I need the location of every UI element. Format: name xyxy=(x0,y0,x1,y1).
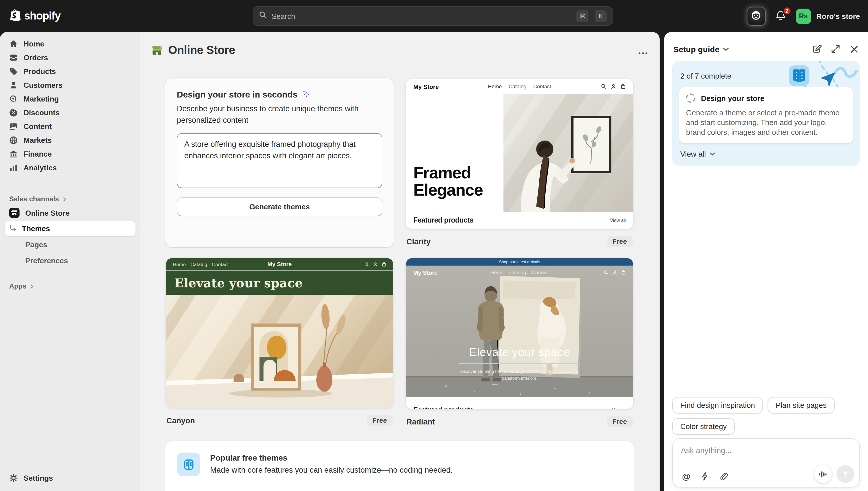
apps-header[interactable]: Apps xyxy=(9,282,131,290)
preview-store-name: My Store xyxy=(413,83,439,90)
suggestion-chips: Find design inspiration Plan site pages … xyxy=(672,397,860,435)
sidebar-item-orders[interactable]: Orders xyxy=(5,51,135,64)
preview-nav-item: Catalog xyxy=(509,269,526,275)
chat-placeholder: Ask anything... xyxy=(681,446,851,455)
sidebar-item-themes[interactable]: Themes xyxy=(5,221,135,236)
bag-icon xyxy=(621,270,626,275)
view-all-link: View all xyxy=(612,407,627,409)
sidebar-item-markets[interactable]: Markets xyxy=(5,133,135,147)
global-search-input[interactable]: Search ⌘ K xyxy=(252,6,613,26)
free-badge: Free xyxy=(606,416,633,427)
bag-icon xyxy=(382,262,386,266)
business-description-textarea[interactable]: A store offering exquisite framed photog… xyxy=(177,133,382,188)
canyon-hero-heading: Elevate your space xyxy=(174,276,303,290)
sidebar-item-marketing[interactable]: Marketing xyxy=(5,92,135,106)
radiant-hero-text: Elevate your space Discover stunning fra… xyxy=(406,346,633,382)
popular-text-block: Popular free themes Made with core featu… xyxy=(210,453,453,491)
page-title: Online Store xyxy=(168,44,235,57)
preview-nav-item: Home xyxy=(491,269,504,275)
view-all-button[interactable]: View all xyxy=(680,150,853,158)
expand-icon[interactable] xyxy=(831,44,840,54)
chevron-right-icon xyxy=(29,284,34,289)
sidebar-item-discounts[interactable]: Discounts xyxy=(5,106,135,119)
preferences-label: Preferences xyxy=(9,256,68,265)
sidebar-item-pages[interactable]: Pages xyxy=(5,237,135,252)
notifications-button[interactable]: 2 xyxy=(775,10,787,22)
close-icon[interactable] xyxy=(850,45,859,54)
setup-task-card[interactable]: Design your store Generate a theme or se… xyxy=(679,87,853,144)
apps-label: Apps xyxy=(9,282,26,290)
theme-name: Clarity xyxy=(406,237,431,246)
sales-channels-label: Sales channels xyxy=(9,195,59,203)
featured-products-label: Featured products xyxy=(413,406,473,409)
mention-icon[interactable]: @ xyxy=(682,472,690,481)
lightning-icon[interactable] xyxy=(701,472,709,481)
shopify-admin-window: shopify Search ⌘ K 2 Rs Roro's store xyxy=(0,0,868,491)
sidebar-item-content[interactable]: Content xyxy=(5,119,135,133)
waveform-icon xyxy=(818,470,828,478)
gear-icon xyxy=(9,473,18,482)
sales-channels-header[interactable]: Sales channels xyxy=(9,195,131,203)
radiant-theme-card[interactable]: Shop our latest arrivals xyxy=(405,258,634,409)
chip-plan-site-pages[interactable]: Plan site pages xyxy=(767,397,835,413)
announcement-text: Shop our latest arrivals xyxy=(499,260,540,264)
radiant-hero-subheading: Discover stunning framed photography des… xyxy=(454,368,586,382)
preview-nav-icons xyxy=(601,84,626,89)
page-header: Online Store xyxy=(151,44,235,57)
popular-title: Popular free themes xyxy=(210,453,453,462)
setup-guide-dropdown[interactable] xyxy=(723,47,729,51)
canyon-name-row: Canyon Free xyxy=(165,408,394,426)
radiant-announcement-bar: Shop our latest arrivals xyxy=(406,258,633,266)
page-more-button[interactable] xyxy=(635,46,650,61)
sidebar-item-products[interactable]: Products xyxy=(5,64,135,78)
bag-icon xyxy=(621,84,626,89)
clarity-theme-card[interactable]: My Store Home Catalog Contact xyxy=(405,78,634,229)
featured-products-label: Featured products xyxy=(413,216,473,224)
sidebar-item-preferences[interactable]: Preferences xyxy=(5,253,135,268)
generator-title: Design your store in seconds xyxy=(177,89,297,99)
topbar: shopify Search ⌘ K 2 Rs Roro's store xyxy=(0,0,868,32)
panel-actions xyxy=(812,44,859,54)
canyon-theme-card[interactable]: Home Catalog Contact My Store xyxy=(165,258,394,408)
view-all-link: View all xyxy=(610,218,626,223)
preview-store-name: My Store xyxy=(166,261,393,267)
search-icon xyxy=(604,270,608,275)
sidebar-item-analytics[interactable]: Analytics xyxy=(5,161,135,174)
online-store-label: Online Store xyxy=(25,208,70,217)
voice-input-button[interactable] xyxy=(814,465,832,483)
target-cursor-icon xyxy=(9,94,18,103)
canyon-hero-band: Elevate your space xyxy=(166,270,393,295)
theme-generator-card: Design your store in seconds Describe yo… xyxy=(165,78,394,247)
sidebar-item-settings[interactable]: Settings xyxy=(5,470,135,485)
sidebar-item-finance[interactable]: Finance xyxy=(5,147,135,161)
sidebar-item-online-store[interactable]: Online Store xyxy=(5,205,135,220)
paperclip-icon[interactable] xyxy=(719,472,728,481)
send-button[interactable] xyxy=(836,465,854,483)
account-icon xyxy=(373,262,378,266)
sidebar-item-label: Orders xyxy=(24,53,48,62)
task-incomplete-icon[interactable] xyxy=(686,93,695,103)
chat-actions xyxy=(814,465,854,483)
preview-nav-item: Catalog xyxy=(509,83,526,89)
compose-icon[interactable] xyxy=(812,44,821,54)
setup-progress-card: 2 of 7 complete Design your store Genera… xyxy=(672,61,860,166)
shopify-logo[interactable]: shopify xyxy=(8,0,60,32)
view-all-label: View all xyxy=(680,150,706,158)
account-menu[interactable]: Rs Roro's store xyxy=(796,8,860,24)
sidekick-button[interactable] xyxy=(747,7,766,26)
chevron-down-icon xyxy=(723,47,729,51)
clarity-preview-footer: Featured products View all xyxy=(406,212,633,229)
theme-cell-radiant: Shop our latest arrivals xyxy=(405,258,634,427)
chip-find-design-inspiration[interactable]: Find design inspiration xyxy=(672,397,763,413)
sidebar-item-label: Discounts xyxy=(24,108,60,117)
sidebar-item-home[interactable]: Home xyxy=(5,37,135,51)
topbar-actions: 2 Rs Roro's store xyxy=(747,0,860,32)
sidekick-chat-input[interactable]: Ask anything... @ xyxy=(672,438,860,488)
sidebar-item-customers[interactable]: Customers xyxy=(5,78,135,92)
generate-themes-button[interactable]: Generate themes xyxy=(177,197,382,216)
chip-color-strategy[interactable]: Color strategy xyxy=(672,418,735,435)
search-placeholder: Search xyxy=(272,12,570,20)
themes-label: Themes xyxy=(22,224,50,233)
bank-icon xyxy=(9,149,18,158)
search-icon xyxy=(364,262,369,266)
